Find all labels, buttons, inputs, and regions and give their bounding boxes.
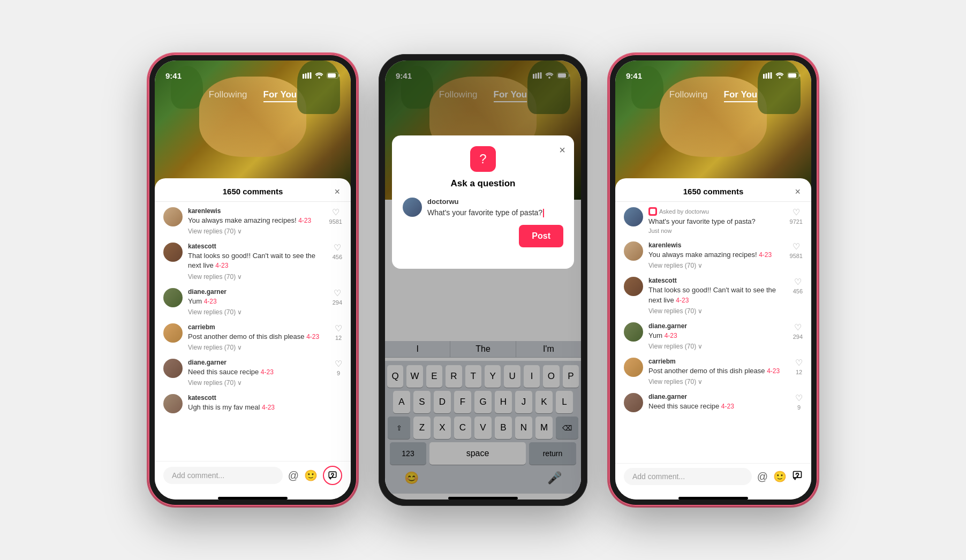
phone-2: 9:41 Following For You × ? Ask a questio… [379,54,587,506]
svg-rect-2 [307,73,309,79]
comment-text: That looks so good!! Can't wait to see t… [188,251,327,270]
view-replies[interactable]: View replies (70) ∨ [648,262,784,269]
comment-item: diane.garner Yum 4-23 View replies (70) … [163,288,342,316]
comment-item: katescott That looks so good!! Can't wai… [624,277,803,314]
question-badge: ? Asked by doctorwu [648,207,784,216]
comment-like[interactable]: ♡ 456 [793,277,803,294]
top-nav-3: Following For You [615,84,811,108]
comment-username: karenlewis [648,241,784,249]
view-replies[interactable]: View replies (70) ∨ [188,344,329,351]
comment-like[interactable]: ♡ 9 [335,359,342,376]
question-button-highlighted[interactable] [323,466,342,485]
close-comments-3[interactable]: × [795,187,801,196]
nav-for-you-3[interactable]: For You [724,89,758,102]
svg-rect-19 [766,73,767,79]
comments-header-1: 1650 comments × [155,178,351,202]
comment-item: carriebm Post another demo of this dish … [624,358,803,385]
svg-rect-24 [799,74,801,77]
dialog-overlay: × ? Ask a question doctorwu What's your … [385,60,581,500]
comment-text: Yum 4-23 [648,331,788,340]
emoji-icon-3[interactable]: 🙂 [773,470,787,483]
avatar [624,393,643,412]
view-replies[interactable]: View replies (70) ∨ [188,228,324,235]
comment-input-bar-1: Add comment... @ 🙂 [155,461,351,494]
post-question-button[interactable]: Post [519,225,563,247]
svg-rect-1 [305,73,307,79]
avatar [624,358,643,377]
dialog-close-button[interactable]: × [559,144,565,156]
comment-like[interactable]: ♡ 12 [795,358,803,375]
dialog-user: doctorwu What's your favorite type of pa… [403,198,563,218]
nav-for-you[interactable]: For You [263,89,297,102]
comment-like[interactable]: ♡ 9581 [790,241,803,259]
avatar [624,322,643,342]
top-nav: Following For You [155,84,351,108]
svg-point-4 [318,77,320,79]
comment-like[interactable]: ♡ 9 [795,393,803,411]
svg-rect-25 [788,73,796,78]
asked-by-label: Asked by doctorwu [659,208,709,215]
comment-username: katescott [188,243,327,250]
mention-icon[interactable]: @ [288,470,299,482]
comment-username: diane.garner [648,322,788,330]
comment-text: Post another demo of this dish please 4-… [188,332,329,342]
comment-username: katescott [648,277,788,284]
home-indicator-3 [678,497,748,500]
comment-text: You always make amazing recipes! 4-23 [648,250,784,260]
comment-username: carriebm [188,323,329,331]
comment-item: karenlewis You always make amazing recip… [624,241,803,269]
comment-like[interactable]: ♡ 12 [335,323,342,341]
comment-like[interactable]: ♡ 294 [333,288,342,306]
nav-following[interactable]: Following [209,89,247,102]
question-icon-3[interactable] [792,470,803,483]
nav-following-3[interactable]: Following [669,89,708,102]
avatar [624,241,643,261]
comments-count-3: 1650 comments [683,187,744,196]
svg-rect-7 [328,73,336,78]
comment-text: You always make amazing recipes! 4-23 [188,216,324,225]
comment-username: diane.garner [648,393,790,400]
mention-icon-3[interactable]: @ [757,471,768,483]
view-replies[interactable]: View replies (70) ∨ [188,308,327,316]
question-comment-item: ? Asked by doctorwu What's your favorite… [624,207,803,234]
comment-like[interactable]: ♡ 294 [793,322,803,340]
comment-like[interactable]: ♡ 456 [333,243,342,260]
avatar [624,207,643,226]
avatar [163,243,183,262]
view-replies[interactable]: View replies (70) ∨ [188,273,327,281]
status-time-3: 9:41 [626,71,642,80]
avatar [163,207,183,226]
comments-list-3: ? Asked by doctorwu What's your favorite… [615,202,811,463]
close-comments-1[interactable]: × [334,187,340,196]
status-icons [303,72,340,79]
view-replies[interactable]: View replies (70) ∨ [188,379,329,387]
comment-like[interactable]: ♡ 9581 [329,207,342,225]
emoji-icon[interactable]: 🙂 [304,469,318,482]
svg-rect-0 [303,74,304,79]
comment-item: diane.garner Yum 4-23 View replies (70) … [624,322,803,350]
view-replies[interactable]: View replies (70) ∨ [648,307,788,315]
comment-username: diane.garner [188,359,329,366]
comment-input-bar-3: Add comment... @ 🙂 [615,463,811,494]
comment-username: carriebm [648,358,790,365]
avatar [163,323,183,343]
comments-count-1: 1650 comments [223,187,283,196]
svg-point-29 [797,476,797,476]
view-replies[interactable]: View replies (70) ∨ [648,343,788,350]
question-text: What's your favorite type of pasta? [648,217,784,226]
view-replies[interactable]: View replies (70) ∨ [648,378,790,385]
comment-like[interactable]: ♡ 9721 [790,207,803,225]
phone-1: 9:41 Following For You 1650 comments × [148,54,357,506]
phone-3: 9:41 Following For You 1650 comments × [609,54,818,506]
comments-list-1: karenlewis You always make amazing recip… [155,202,351,461]
comment-input-placeholder: Add comment... [163,467,283,484]
svg-text:?: ? [652,209,654,214]
comment-text: That looks so good!! Can't wait to see t… [648,285,788,305]
svg-rect-18 [763,74,765,79]
svg-rect-3 [310,72,312,79]
comment-text: Need this sauce recipe 4-23 [648,402,790,411]
comment-item: diane.garner Need this sauce recipe 4-23… [163,359,342,387]
comment-item: katescott That looks so good!! Can't wai… [163,243,342,280]
dialog-title: Ask a question [403,178,563,189]
comment-username: karenlewis [188,207,324,215]
